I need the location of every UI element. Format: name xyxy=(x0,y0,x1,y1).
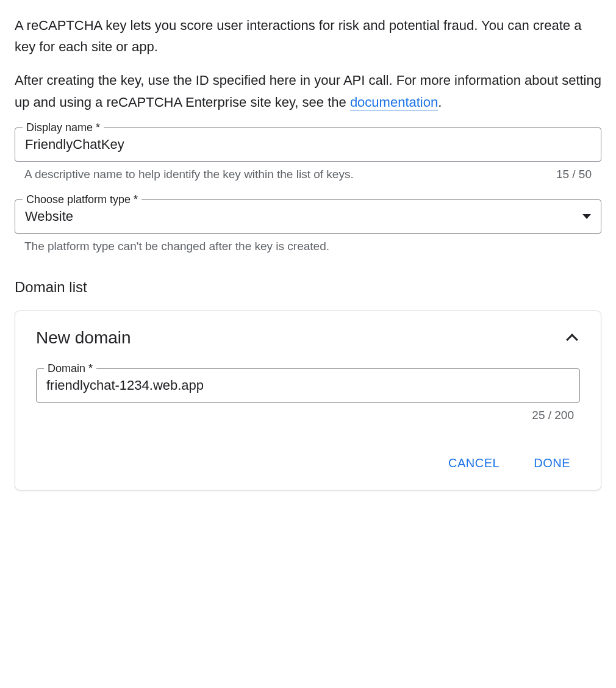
platform-type-select[interactable]: Choose platform type * Website xyxy=(15,199,601,234)
intro-paragraph-1: A reCAPTCHA key lets you score user inte… xyxy=(15,15,601,57)
intro-text: A reCAPTCHA key lets you score user inte… xyxy=(15,15,601,113)
intro-text-before-link: After creating the key, use the ID speci… xyxy=(15,73,601,109)
platform-type-label: Choose platform type * xyxy=(23,193,141,206)
domain-counter: 25 / 200 xyxy=(532,409,574,422)
documentation-link[interactable]: documentation xyxy=(350,95,438,110)
display-name-input[interactable] xyxy=(25,137,591,152)
platform-type-value: Website xyxy=(25,209,73,224)
intro-paragraph-2: After creating the key, use the ID speci… xyxy=(15,70,601,112)
domain-field: Domain * xyxy=(36,368,580,403)
display-name-helper: A descriptive name to help identify the … xyxy=(24,168,354,181)
platform-type-helper: The platform type can't be changed after… xyxy=(24,240,329,253)
new-domain-title: New domain xyxy=(36,328,131,348)
intro-text-after-link: . xyxy=(438,95,442,110)
new-domain-header[interactable]: New domain xyxy=(36,328,580,348)
domain-list-title: Domain list xyxy=(15,279,601,296)
card-actions: CANCEL DONE xyxy=(36,456,580,470)
display-name-field: Display name * xyxy=(15,127,601,162)
done-button[interactable]: DONE xyxy=(534,456,570,470)
dropdown-icon xyxy=(582,214,591,219)
chevron-up-icon xyxy=(566,334,578,346)
cancel-button[interactable]: CANCEL xyxy=(448,456,500,470)
new-domain-card: New domain Domain * 25 / 200 CANCEL DONE xyxy=(15,310,601,490)
domain-input[interactable] xyxy=(46,378,570,393)
platform-type-field: Choose platform type * Website xyxy=(15,199,601,234)
display-name-counter: 15 / 50 xyxy=(556,168,592,181)
domain-label: Domain * xyxy=(44,362,96,375)
display-name-label: Display name * xyxy=(23,121,104,134)
